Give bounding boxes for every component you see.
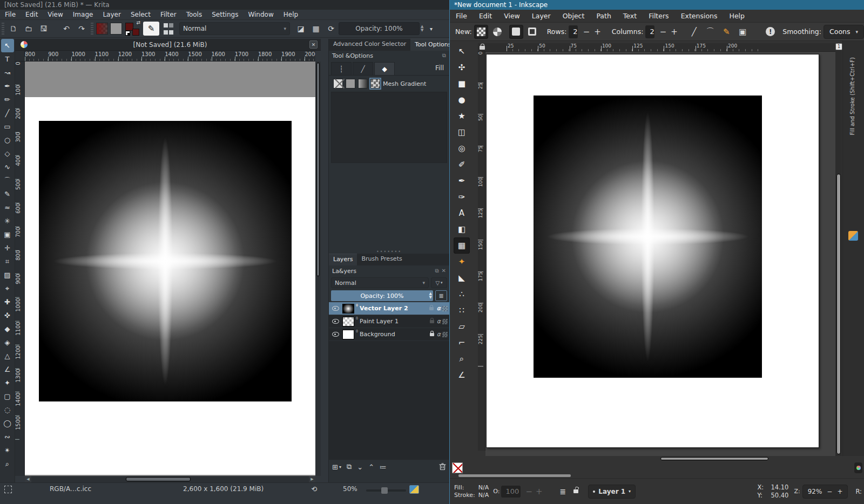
columns-input[interactable]: 2 [645,25,654,38]
krita-ellipse-tool[interactable]: ○ [1,133,14,147]
palette-none-swatch[interactable] [452,462,463,473]
inherit-alpha-icon[interactable] [442,319,448,324]
add-layer-button[interactable]: ⊞▾ [332,463,341,471]
inkscape-selector-tool[interactable]: ↖ [454,43,470,59]
krita-canvas[interactable] [25,62,315,476]
inkscape-menu-file[interactable]: File [450,12,473,20]
inkscape-box3d-tool[interactable]: ◫ [454,124,470,140]
fill-and-stroke-icon[interactable] [848,231,858,241]
rows-input[interactable]: 2 [569,25,577,38]
color-profile-label[interactable]: RGB/A…c.icc [50,485,91,493]
layer-name[interactable]: Paint Layer 1 [360,318,427,325]
scrollbar-thumb[interactable] [660,457,768,460]
krita-menu-filter[interactable]: Filter [156,11,181,18]
palette-settings-button[interactable] [854,462,862,473]
krita-menu-help[interactable]: Help [279,11,303,18]
krita-menu-layer[interactable]: Layer [98,11,125,18]
palette-scrollbar[interactable] [458,474,571,477]
inkscape-pen-tool[interactable]: ✒ [454,173,470,189]
conical-gradient-type-button[interactable] [490,25,504,39]
krita-fill-tool[interactable]: ◆ [1,322,14,336]
eraser-mode-button[interactable]: ◪ [294,22,307,35]
inkscape-menu-filters[interactable]: Filters [643,12,674,20]
layer-alpha-lock-icon[interactable]: α [437,331,441,338]
layer-alpha-lock-icon[interactable]: α [437,318,441,325]
layer-lock-icon[interactable] [430,320,434,323]
foreground-background-colors[interactable]: ⇄ [125,22,139,36]
inkscape-menu-object[interactable]: Object [557,12,591,20]
krita-multibrush-tool[interactable]: ✳ [1,214,14,228]
zoom-slider[interactable] [366,489,406,492]
scroll-left-icon[interactable]: ◀ [25,476,31,482]
redo-button[interactable]: ↷ [75,22,88,35]
zoom-decrease-button[interactable]: − [827,488,832,495]
toolbar-grip[interactable] [2,23,4,35]
inkscape-menu-edit[interactable]: Edit [473,12,498,20]
inkscape-ellipse-tool[interactable]: ● [454,92,470,108]
layer-lock-icon[interactable] [429,307,434,310]
inkscape-menu-text[interactable]: Text [617,12,643,20]
warning-icon[interactable]: ! [766,27,775,36]
selection-mode-icon[interactable] [4,486,12,493]
inherit-alpha-icon[interactable] [442,332,448,337]
gradient-chooser-swatch[interactable] [96,23,108,35]
krita-color-sampler-tool[interactable]: ⌖ [1,282,14,295]
krita-zoom-tool[interactable]: ⌕ [1,457,14,471]
apply-to-stroke-button[interactable] [525,25,539,39]
krita-dynamic-brush-tool[interactable]: ≈ [1,201,14,214]
krita-rectangular-selection-tool[interactable]: ▢ [1,390,14,403]
krita-move-tool[interactable]: ✛ [1,241,14,255]
layer-row-paint-layer-1[interactable]: ⬨ Paint Layer 1 α [329,315,449,328]
inherit-alpha-icon[interactable] [442,306,448,311]
krita-menu-file[interactable]: File [0,11,21,18]
krita-smart-patch-tool[interactable]: ✚ [1,295,14,309]
columns-decrease-button[interactable]: − [660,27,667,37]
subtab-stroke-options-subtab[interactable]: ┆ [331,62,352,75]
toggle-sides-icon[interactable]: ╱ [687,25,701,39]
zoom-increase-button[interactable]: + [837,488,842,495]
inkscape-tweak-tool[interactable]: ∴ [454,286,470,302]
krita-measure-tool[interactable]: ∠ [1,363,14,376]
inkscape-menu-extensions[interactable]: Extensions [675,12,724,20]
memory-sync-icon[interactable]: ⟲ [311,485,317,493]
inkscape-spray-tool[interactable]: ∷ [454,302,470,318]
krita-menu-tools[interactable]: Tools [181,11,207,18]
scrollbar-thumb[interactable] [836,174,841,454]
layer-name[interactable]: Background [360,331,427,338]
layer-properties-button[interactable]: ≔ [380,463,387,471]
smoothing-select[interactable]: Coons ▾ [824,25,864,39]
move-layer-down-button[interactable]: ⌄ [357,463,363,471]
krita-colorize-mask-tool[interactable]: ✜ [1,309,14,322]
layer-row-vector-layer-2[interactable]: ⬧ Vector Layer 2 α [329,302,449,315]
save-button[interactable]: 🖫 [37,22,50,35]
krita-menu-edit[interactable]: Edit [21,11,43,18]
float-docker-icon[interactable]: ⧉ [442,52,446,59]
krita-similar-color-selection-tool[interactable]: ✴ [1,444,14,457]
layer-opacity-spinner[interactable]: ▲▼ [429,292,432,299]
krita-elliptical-selection-tool[interactable]: ◌ [1,403,14,417]
rows-decrease-button[interactable]: − [583,27,590,37]
mesh-gradient-rectangle[interactable] [534,96,762,378]
inkscape-menu-view[interactable]: View [498,12,526,20]
scrollbar-thumb[interactable] [126,477,191,481]
canvas-only-mode-button[interactable] [409,485,419,494]
close-docker-icon[interactable]: ✕ [442,268,446,274]
apply-to-fill-button[interactable] [509,25,523,39]
inkscape-star-tool[interactable]: ★ [454,108,470,124]
tab-advanced-color-selector[interactable]: Advanced Color Selector [329,39,410,51]
scrollbar-thumb[interactable] [316,63,320,276]
krita-line-tool[interactable]: ╱ [1,106,14,120]
tab-layers[interactable]: Layers [329,254,357,265]
fill-value[interactable]: N/A [478,484,489,491]
inkscape-gradient-tool[interactable]: ◧ [454,221,470,237]
make-curves-icon[interactable]: ⌒ [703,25,717,39]
krita-polyline-tool[interactable]: ∿ [1,160,14,174]
opacity-spinner[interactable]: ▲ ▼ [421,25,423,32]
preserve-alpha-button[interactable]: ▦ [309,22,322,35]
krita-assistants-tool[interactable]: △ [1,349,14,363]
subtab-line-options-subtab[interactable]: ╱ [353,62,373,75]
document-tab-title[interactable]: [Not Saved] (21.6 MiB) [31,41,309,49]
ruler-corner-button[interactable]: 1 [835,43,842,50]
krita-freehand-brush-tool[interactable]: ✏ [1,93,14,106]
layer-blending-mode-select[interactable]: Normal ▾ [331,277,429,288]
